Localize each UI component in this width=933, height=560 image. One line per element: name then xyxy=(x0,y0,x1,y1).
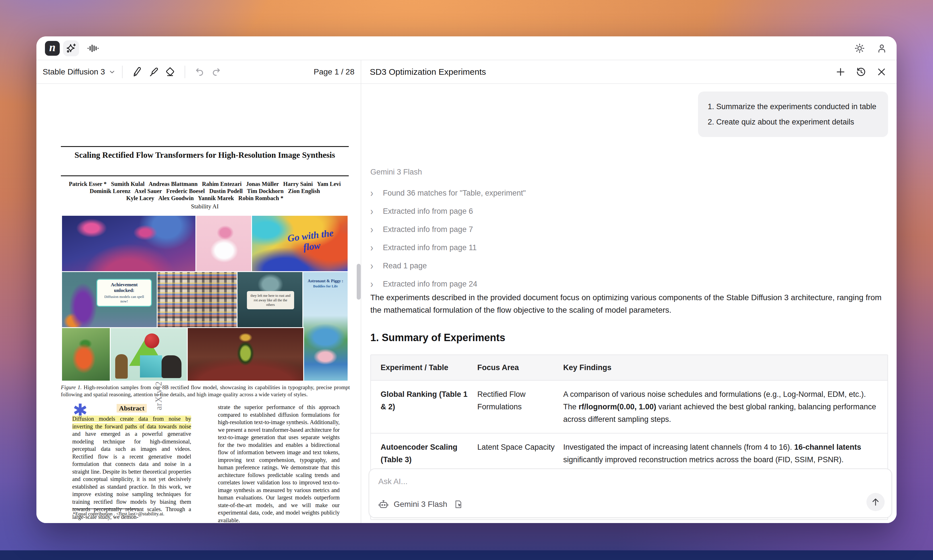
paper-authors: Patrick Esser * Sumith Kulal Andreas Bla… xyxy=(54,180,356,210)
undo-button[interactable] xyxy=(191,64,208,80)
answer-section-heading: 1. Summary of Experiments xyxy=(370,332,505,344)
paper-rule-top xyxy=(61,146,349,147)
highlighter-icon xyxy=(148,66,159,78)
poster-title: Astronaut & Piggy : xyxy=(306,278,345,283)
agent-step[interactable]: ›Extracted info from page 11 xyxy=(370,238,526,257)
agent-step[interactable]: ›Extracted info from page 6 xyxy=(370,202,526,220)
redo-button[interactable] xyxy=(208,64,224,80)
person-icon xyxy=(876,43,887,54)
close-icon xyxy=(876,66,887,77)
dog-figure xyxy=(162,355,182,378)
pen-tool-button[interactable] xyxy=(129,64,145,80)
ai-composer: Gemini 3 Flash xyxy=(369,468,892,518)
agent-step[interactable]: ›Extracted info from page 24 xyxy=(370,275,526,293)
pdf-page[interactable]: arXiv:2403.03206v1 [cs.CV] 5 Mar 2024 Sc… xyxy=(36,84,361,523)
redo-icon xyxy=(211,66,222,77)
document-title-dropdown[interactable]: Stable Diffusion 3 xyxy=(43,68,116,77)
blue-cube-shape xyxy=(140,355,162,377)
theme-toggle-button[interactable] xyxy=(852,41,867,56)
chevron-right-icon: › xyxy=(370,187,375,199)
figure-tile-pig-doctor xyxy=(196,216,252,272)
page-indicator: Page 1 / 28 xyxy=(314,68,355,77)
figure-tile-pepper-creature xyxy=(62,328,111,381)
figure-tile-wizard: Achievement unlocked: Diffusion models c… xyxy=(62,272,157,328)
new-chat-button[interactable] xyxy=(832,64,849,80)
table-row: Autoencoder Scaling (Table 3) Latent Spa… xyxy=(371,433,887,473)
pdf-scrollbar[interactable] xyxy=(357,264,361,300)
robot-sign-text: they left me here to rust and rot away l… xyxy=(247,291,294,309)
app-logo[interactable]: n xyxy=(45,41,60,56)
plus-icon xyxy=(835,66,846,77)
figure-tile-flow-art: Go with the flow xyxy=(252,216,348,272)
chevron-right-icon: › xyxy=(370,260,375,272)
highlighter-tool-button[interactable] xyxy=(145,64,162,80)
sparkle-ai-icon xyxy=(65,43,77,54)
page-context-icon xyxy=(453,500,463,509)
chevron-down-icon xyxy=(108,68,116,75)
table-header-row: Experiment / Table Focus Area Key Findin… xyxy=(371,355,887,380)
history-clock-icon xyxy=(856,66,867,77)
abstract-heading: Abstract xyxy=(72,405,191,412)
agent-step[interactable]: ›Found 36 matches for "Table, experiment… xyxy=(370,184,526,202)
sun-icon xyxy=(854,43,865,54)
answer-intro-paragraph: The experiments described in the provide… xyxy=(370,291,888,316)
ai-assistant-tab[interactable] xyxy=(63,40,79,56)
eraser-tool-button[interactable] xyxy=(162,64,178,80)
footnote: *Equal contribution . <first.last>@stabi… xyxy=(73,511,198,517)
figure-caption-label: Figure 1. xyxy=(61,384,82,390)
send-button[interactable] xyxy=(867,493,885,511)
highlighted-abstract-text: Diffusion models create data from noise … xyxy=(72,415,191,429)
model-label: Gemini 3 Flash xyxy=(370,168,422,177)
undo-icon xyxy=(194,66,205,77)
abstract-left-column: Abstract Diffusion models create data fr… xyxy=(72,405,191,520)
agent-step[interactable]: ›Read 1 page xyxy=(370,257,526,275)
desktop-dock-strip xyxy=(0,550,933,560)
cat-figure xyxy=(115,354,128,378)
model-selector[interactable]: Gemini 3 Flash xyxy=(378,498,463,510)
red-sphere-shape xyxy=(145,334,159,348)
document-title: Stable Diffusion 3 xyxy=(43,68,105,77)
arrow-up-icon xyxy=(871,497,881,507)
table-row: Global Ranking (Table 1 & 2) Rectified F… xyxy=(371,380,887,433)
chat-panel: 1. Summarize the experiments conducted i… xyxy=(361,84,897,523)
toolbar-divider xyxy=(185,66,185,78)
user-prompt-line: 2. Create quiz about the experiment deta… xyxy=(708,114,878,130)
paper-affiliation: Stability AI xyxy=(54,203,356,210)
chat-header: SD3 Optimization Experiments xyxy=(361,60,897,83)
figure-tile-mushrooms xyxy=(62,216,196,272)
close-panel-button[interactable] xyxy=(873,64,890,80)
chevron-right-icon: › xyxy=(370,278,375,290)
composer-model-name: Gemini 3 Flash xyxy=(394,500,447,509)
eraser-icon xyxy=(164,66,176,78)
wizard-bubble-sub: Diffusion models can spell now! xyxy=(100,294,148,304)
paper-rule-under-title xyxy=(61,175,349,176)
paper-title: Scaling Rectified Flow Transformers for … xyxy=(61,150,349,160)
app-window: n xyxy=(36,36,897,523)
figure-tile-robot: they left me here to rust and rot away l… xyxy=(237,272,303,328)
figure-tile-avocado-court xyxy=(188,328,304,381)
figure-caption: Figure 1. High-resolution samples from o… xyxy=(61,384,350,398)
robot-icon xyxy=(378,498,389,510)
wizard-bubble-title: Achievement unlocked: xyxy=(100,282,148,293)
chevron-right-icon: › xyxy=(370,223,375,235)
app-topbar: n xyxy=(36,36,897,60)
column-header: Focus Area xyxy=(473,355,558,380)
audio-record-button[interactable] xyxy=(85,40,101,56)
figure-tile-shapes-cat-dog xyxy=(111,328,188,381)
figure-tile-mosaic-face xyxy=(157,272,237,328)
abstract-right-column: strate the superior performance of this … xyxy=(218,403,340,523)
chevron-right-icon: › xyxy=(370,205,375,217)
account-button[interactable] xyxy=(874,41,889,56)
column-header: Key Findings xyxy=(558,355,887,380)
pen-icon xyxy=(131,66,143,78)
user-prompt-line: 1. Summarize the experiments conducted i… xyxy=(708,99,878,114)
chat-history-button[interactable] xyxy=(853,64,869,80)
subheader-row: Stable Diffusion 3 xyxy=(36,60,897,84)
ask-ai-input[interactable] xyxy=(378,477,805,486)
toolbar-divider xyxy=(122,66,123,78)
figure-tile-astronaut-piggy-poster: Astronaut & Piggy : Buddies for Life xyxy=(303,272,348,381)
agent-step[interactable]: ›Extracted info from page 7 xyxy=(370,220,526,238)
footnote-rule xyxy=(73,509,138,509)
agent-steps-list: ›Found 36 matches for "Table, experiment… xyxy=(370,184,526,293)
user-message-bubble: 1. Summarize the experiments conducted i… xyxy=(698,92,888,137)
